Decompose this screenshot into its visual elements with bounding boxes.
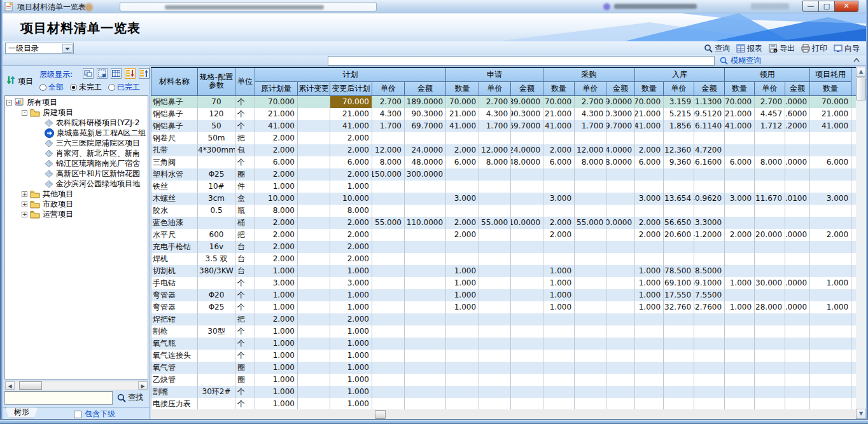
cell-unit[interactable]: 把 [235,313,255,325]
cell-value[interactable]: 1.000 [446,277,479,289]
cell-value[interactable] [575,350,606,362]
cell-value[interactable] [575,181,606,193]
cell-material-name[interactable]: 割嘴 [151,386,198,398]
cell-value[interactable] [446,241,479,253]
cell-value[interactable] [575,265,606,277]
cell-value[interactable] [479,229,511,241]
cell-value[interactable]: 21.000 [543,108,575,120]
cell-value[interactable] [810,205,851,217]
cell-value[interactable] [511,205,543,217]
cell-spec[interactable]: 50m [198,132,235,144]
cell-value[interactable] [606,398,635,410]
cell-value[interactable] [479,386,511,398]
cell-value[interactable]: 2.000 [255,229,298,241]
cell-unit[interactable]: 台 [235,265,255,277]
cell-value[interactable]: 12.000 [479,144,511,156]
cell-value[interactable] [606,241,635,253]
cell-value[interactable] [511,362,543,374]
cell-material-name[interactable]: 切割机 [151,265,198,277]
cell-value[interactable] [635,362,664,374]
cell-value[interactable]: 1.000 [255,350,298,362]
cell-value[interactable]: 12.360 [664,144,694,156]
cell-value[interactable]: 2.000 [725,229,755,241]
cell-value[interactable]: 10.000 [330,193,372,205]
table-row[interactable]: 焊把钳把2.0002.000 [151,313,857,325]
cell-value[interactable]: 41.000 [543,120,575,132]
cell-spec[interactable]: 70 [198,95,235,108]
cell-spec[interactable]: 50 [198,120,235,132]
cell-value[interactable] [694,253,725,265]
cell-value[interactable] [405,386,446,398]
cell-value[interactable] [810,313,851,325]
cell-value[interactable] [755,350,785,362]
cell-value[interactable]: 21.000 [255,108,298,120]
cell-value[interactable] [372,241,405,253]
cell-value[interactable]: 2.000 [446,144,479,156]
cell-value[interactable] [511,350,543,362]
cell-value[interactable] [785,398,810,410]
cell-value[interactable] [543,253,575,265]
cell-value[interactable] [635,386,664,398]
cell-value[interactable]: 1.000 [330,338,372,350]
cell-value[interactable] [664,181,694,193]
cell-unit[interactable]: 圈 [235,362,255,374]
cell-value[interactable]: 17.550 [664,289,694,301]
cell-value[interactable] [725,386,755,398]
cell-value[interactable] [810,181,851,193]
cell-value[interactable] [298,301,330,313]
cell-value[interactable] [810,241,851,253]
cell-value[interactable] [298,229,330,241]
cell-value[interactable]: 189.0000 [606,95,635,108]
cell-value[interactable] [298,205,330,217]
cell-unit[interactable]: 盒 [235,193,255,205]
cell-value[interactable]: 70.000 [543,95,575,108]
cell-value[interactable] [785,313,810,325]
toolbar-button-export[interactable]: 导出 [767,43,796,54]
cell-value[interactable] [635,325,664,338]
cell-value[interactable]: 4.300 [479,108,511,120]
cell-spec[interactable]: 600 [198,229,235,241]
cell-value[interactable] [446,205,479,217]
include-sub-checkbox[interactable]: 包含下级 [74,409,115,420]
table-row[interactable]: 铜铝鼻子50个41.00041.0001.70069.700041.0001.7… [151,120,857,132]
cell-value[interactable] [298,132,330,144]
cell-value[interactable] [575,386,606,398]
cell-value[interactable] [479,168,511,181]
cell-unit[interactable]: 个 [235,338,255,350]
cell-value[interactable] [606,386,635,398]
radio-option-2[interactable]: 已完工 [108,82,140,93]
tree-expander[interactable]: + [22,191,27,197]
cell-value[interactable] [511,301,543,313]
cell-value[interactable]: 12.000 [372,144,405,156]
tree-item[interactable]: -房建项目 [5,107,148,118]
cell-value[interactable]: 1.000 [255,374,298,386]
cell-value[interactable] [405,181,446,193]
cell-value[interactable]: 1.000 [330,362,372,374]
cell-value[interactable] [664,132,694,144]
cell-spec[interactable] [198,350,235,362]
cell-value[interactable] [543,132,575,144]
cell-spec[interactable] [198,338,235,350]
cell-value[interactable]: 32.7600 [694,301,725,313]
cell-value[interactable] [543,374,575,386]
cell-value[interactable] [725,132,755,144]
cell-unit[interactable]: 个 [235,301,255,313]
cell-value[interactable] [810,374,851,386]
cell-unit[interactable]: 个 [235,277,255,289]
nav-back-icon[interactable] [85,3,93,11]
cell-material-name[interactable]: 手电钻 [151,277,198,289]
table-hscrollbar[interactable] [151,409,856,420]
cell-spec[interactable]: 10# [198,181,235,193]
cell-value[interactable]: 1.000 [330,398,372,410]
cell-value[interactable] [664,374,694,386]
cell-value[interactable] [694,168,725,181]
cell-value[interactable]: 1.000 [810,277,851,289]
cell-value[interactable] [372,289,405,301]
cell-value[interactable] [755,168,785,181]
cell-value[interactable]: 40.9620 [694,193,725,205]
cell-value[interactable] [405,241,446,253]
cell-value[interactable] [664,325,694,338]
table-row[interactable]: 电接压力表个1.0001.000 [151,398,857,410]
tree-item[interactable]: 金沙滨河公园绿地项目地 [5,179,148,189]
table-row[interactable]: 焊机3.5 双台2.0002.000 [151,253,857,265]
